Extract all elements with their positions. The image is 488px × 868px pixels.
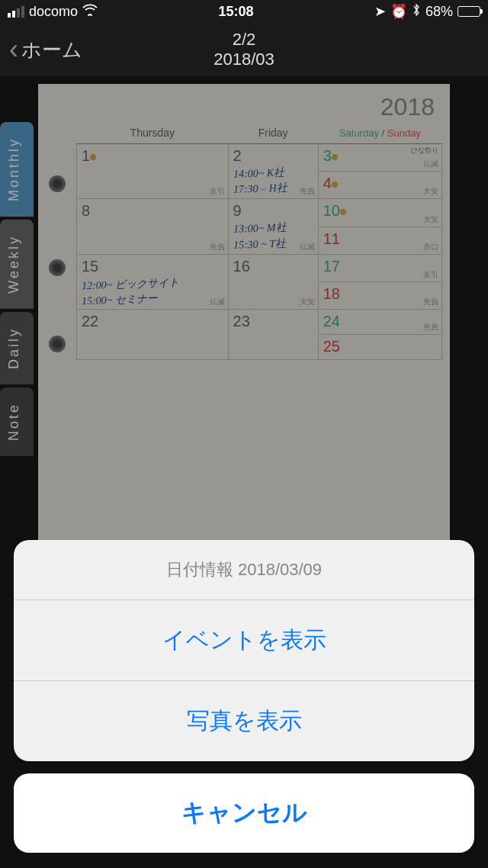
bluetooth-icon (412, 3, 421, 21)
wifi-icon (82, 4, 98, 20)
back-chevron-icon[interactable]: ‹ (9, 34, 18, 66)
battery-pct: 68% (425, 4, 453, 20)
show-photos-button[interactable]: 写真を表示 (14, 681, 474, 761)
status-bar: docomo 15:08 ➤ ⏰ 68% (0, 0, 488, 23)
cancel-button[interactable]: キャンセル (14, 773, 474, 853)
action-sheet: 日付情報 2018/03/09 イベントを表示 写真を表示 キャンセル (14, 540, 474, 853)
battery-icon (458, 6, 480, 17)
nav-header: ‹ ホーム 2/2 2018/03 (0, 23, 488, 76)
back-button[interactable]: ホーム (21, 37, 82, 63)
alarm-icon: ⏰ (390, 3, 407, 20)
signal-icon (8, 6, 24, 18)
carrier-label: docomo (29, 4, 78, 20)
date-label: 2018/03 (214, 50, 274, 69)
page-index: 2/2 (214, 30, 274, 50)
show-events-button[interactable]: イベントを表示 (14, 600, 474, 681)
sheet-title: 日付情報 2018/03/09 (14, 540, 474, 600)
location-icon: ➤ (374, 3, 386, 20)
clock: 15:08 (218, 4, 253, 20)
nav-title: 2/2 2018/03 (214, 30, 274, 69)
